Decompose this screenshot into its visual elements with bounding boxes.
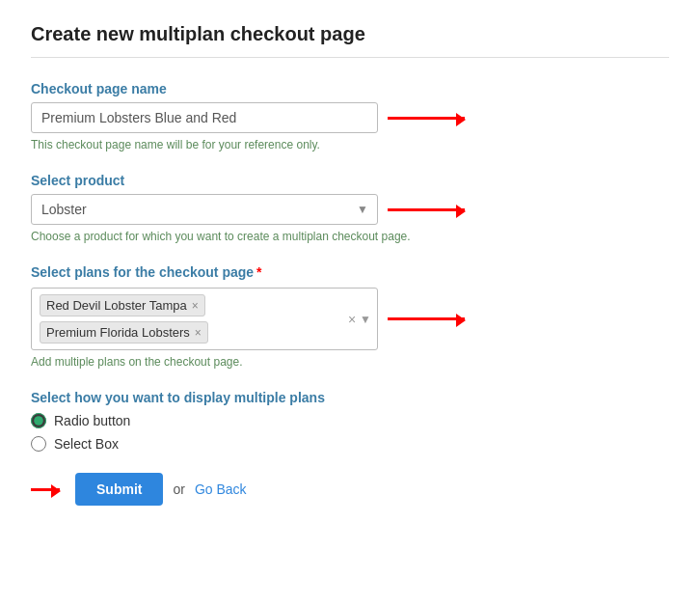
- radio-group: Radio button Select Box: [31, 413, 669, 452]
- multiselect-dropdown-icon[interactable]: ▼: [360, 313, 371, 326]
- or-text: or: [173, 481, 184, 497]
- radio-label-radio: Radio button: [54, 413, 130, 428]
- select-product-group: Select product Lobster Other Product ▼ C…: [31, 173, 669, 243]
- required-star: *: [256, 264, 261, 280]
- select-plans-box[interactable]: Red Devil Lobster Tampa × Premium Florid…: [31, 288, 378, 350]
- title-divider: [31, 57, 669, 58]
- tag-red-devil-remove[interactable]: ×: [192, 300, 199, 312]
- checkout-name-input[interactable]: [31, 102, 378, 133]
- tag-premium-florida-label: Premium Florida Lobsters: [46, 325, 190, 340]
- submit-button[interactable]: Submit: [75, 473, 163, 506]
- select-product-hint: Choose a product for which you want to c…: [31, 230, 669, 243]
- display-options-label: Select how you want to display multiple …: [31, 390, 669, 405]
- tag-premium-florida-remove[interactable]: ×: [195, 327, 202, 339]
- checkout-name-label: Checkout page name: [31, 81, 669, 96]
- select-plans-row: Red Devil Lobster Tampa × Premium Florid…: [31, 288, 669, 350]
- go-back-link[interactable]: Go Back: [195, 481, 247, 497]
- select-plans-hint: Add multiple plans on the checkout page.: [31, 355, 669, 369]
- checkout-name-row: [31, 102, 669, 133]
- radio-option-select[interactable]: Select Box: [31, 436, 669, 452]
- arrow-checkout-name: [388, 117, 465, 120]
- radio-input-select[interactable]: [31, 436, 46, 452]
- select-product-dropdown[interactable]: Lobster Other Product: [31, 194, 378, 225]
- radio-input-radio[interactable]: [31, 413, 46, 428]
- multiselect-actions: × ▼: [348, 312, 371, 327]
- submit-arrow-line: [31, 488, 60, 491]
- arrow-select-product: [388, 208, 465, 211]
- arrow-select-plans: [388, 317, 465, 320]
- tag-premium-florida: Premium Florida Lobsters ×: [40, 321, 208, 344]
- radio-option-radio[interactable]: Radio button: [31, 413, 669, 428]
- checkout-name-group: Checkout page name This checkout page na…: [31, 81, 669, 151]
- select-product-row: Lobster Other Product ▼: [31, 194, 669, 225]
- tag-red-devil: Red Devil Lobster Tampa ×: [40, 294, 205, 316]
- multiselect-clear-icon[interactable]: ×: [348, 312, 356, 327]
- page-title: Create new multiplan checkout page: [31, 23, 669, 45]
- tag-red-devil-label: Red Devil Lobster Tampa: [46, 298, 187, 313]
- radio-label-select: Select Box: [54, 436, 119, 452]
- select-product-wrapper: Lobster Other Product ▼: [31, 194, 378, 225]
- select-product-label: Select product: [31, 173, 669, 188]
- display-options-group: Select how you want to display multiple …: [31, 390, 669, 452]
- submit-row: Submit or Go Back: [31, 473, 669, 506]
- checkout-name-hint: This checkout page name will be for your…: [31, 138, 669, 151]
- select-plans-label: Select plans for the checkout page*: [31, 264, 669, 280]
- arrow-submit: [31, 488, 60, 491]
- select-plans-group: Select plans for the checkout page* Red …: [31, 264, 669, 369]
